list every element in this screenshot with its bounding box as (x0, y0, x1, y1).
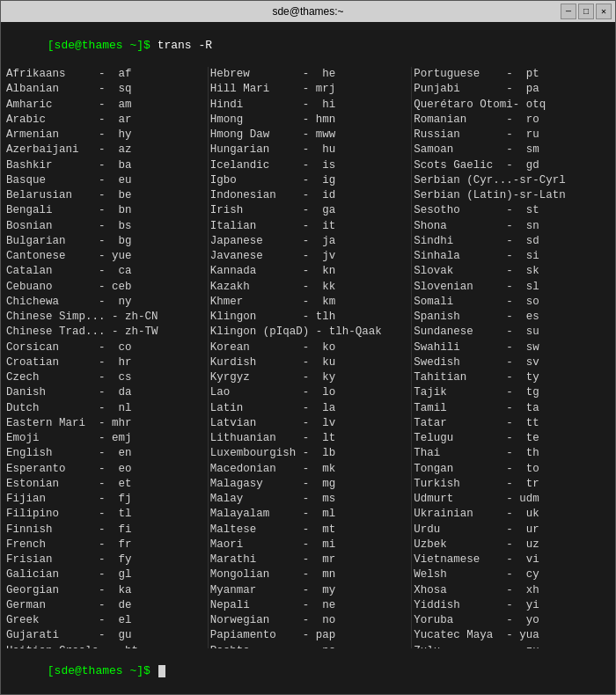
list-item: Eastern Mari - mhr (6, 416, 202, 431)
list-item: Georgian - ka (6, 583, 202, 598)
list-item: Sindhi - sd (414, 234, 610, 249)
list-item: Swedish - sv (414, 355, 610, 370)
list-item: Gujarati - gu (6, 628, 202, 643)
list-item: Tajik - tg (414, 385, 610, 400)
list-item: Slovak - sk (414, 264, 610, 279)
list-item: Myanmar - my (210, 583, 407, 598)
col-3: Portuguese - ptPunjabi - paQuerétaro Oto… (414, 67, 610, 648)
list-item: Albanian - sq (6, 82, 202, 97)
col-1: Afrikaans - afAlbanian - sqAmharic - amA… (6, 67, 206, 648)
list-item: Hmong - hmn (210, 113, 407, 128)
list-item: Nepali - ne (210, 598, 407, 613)
list-item: Xhosa - xh (414, 583, 610, 598)
list-item: Irish - ga (210, 203, 407, 218)
list-item: Korean - ko (210, 340, 407, 355)
list-item: English - en (6, 446, 202, 461)
bottom-prompt-text: [sde@thames ~]$ (48, 664, 158, 677)
list-item: Maltese - mt (210, 523, 407, 538)
list-item: Welsh - cy (414, 567, 610, 582)
list-item: Klingon - tlh (210, 310, 407, 325)
col-divider-1 (208, 67, 209, 648)
list-item: Galician - gl (6, 567, 202, 582)
list-item: Chinese Trad... - zh-TW (6, 325, 202, 340)
list-item: Bengali - bn (6, 203, 202, 218)
list-item: Dutch - nl (6, 401, 202, 416)
list-item: Afrikaans - af (6, 67, 202, 82)
list-item: Belarusian - be (6, 188, 202, 203)
list-item: Slovenian - sl (414, 280, 610, 295)
list-item: Corsican - co (6, 340, 202, 355)
list-item: Romanian - ro (414, 113, 610, 128)
list-item: Norwegian - no (210, 613, 407, 628)
list-item: Luxembourgish - lb (210, 446, 407, 461)
list-item: Bulgarian - bg (6, 234, 202, 249)
list-item: Sundanese - su (414, 325, 610, 340)
list-item: Filipino - tl (6, 507, 202, 522)
list-item: Kannada - kn (210, 264, 407, 279)
list-item: Malay - ms (210, 492, 407, 507)
list-item: Serbian (Latin)-sr-Latn (414, 188, 610, 203)
list-item: Tongan - to (414, 462, 610, 477)
list-item: Mongolian - mn (210, 567, 407, 582)
list-item: Uzbek - uz (414, 538, 610, 552)
terminal-window: sde@thames:~ ─ □ ✕ [sde@thames ~]$ trans… (0, 0, 616, 695)
list-item: Greek - el (6, 613, 202, 628)
list-item: Latvian - lv (210, 416, 407, 431)
bottom-prompt-line: [sde@thames ~]$ (1, 648, 615, 694)
list-item: Frisian - fy (6, 552, 202, 567)
list-item: Hebrew - he (210, 67, 407, 82)
list-item: Japanese - ja (210, 234, 407, 249)
list-item: Yucatec Maya - yua (414, 628, 610, 643)
list-item: Malagasy - mg (210, 477, 407, 492)
input-prompt-line: [sde@thames ~]$ trans -R (1, 22, 615, 67)
list-item: Telugu - te (414, 431, 610, 446)
col-2: Hebrew - heHill Mari - mrjHindi - hiHmon… (210, 67, 410, 648)
close-button[interactable]: ✕ (596, 4, 612, 19)
list-item: Latin - la (210, 401, 407, 416)
list-item: Cantonese - yue (6, 249, 202, 264)
list-item: Czech - cs (6, 370, 202, 385)
list-item: Yoruba - yo (414, 613, 610, 628)
list-item: Cebuano - ceb (6, 280, 202, 295)
list-item: Italian - it (210, 219, 407, 234)
list-item: Croatian - hr (6, 355, 202, 370)
list-item: Chinese Simp... - zh-CN (6, 310, 202, 325)
list-item: German - de (6, 598, 202, 613)
list-item: Kurdish - ku (210, 355, 407, 370)
list-item: Tamil - ta (414, 401, 610, 416)
maximize-button[interactable]: □ (578, 4, 594, 19)
list-item: Querétaro Otomi- otq (414, 98, 610, 113)
list-item: Chichewa - ny (6, 295, 202, 310)
minimize-button[interactable]: ─ (561, 4, 576, 19)
list-item: Sesotho - st (414, 203, 610, 218)
list-item: Bashkir - ba (6, 158, 202, 173)
list-item: Russian - ru (414, 128, 610, 143)
list-item: Fijian - fj (6, 492, 202, 507)
list-item: Catalan - ca (6, 264, 202, 279)
output-area: Afrikaans - afAlbanian - sqAmharic - amA… (1, 67, 615, 648)
list-item: Somali - so (414, 295, 610, 310)
terminal-body[interactable]: [sde@thames ~]$ trans -R Afrikaans - afA… (1, 22, 615, 694)
list-item: Danish - da (6, 385, 202, 400)
list-item: Udmurt - udm (414, 492, 610, 507)
title-bar: sde@thames:~ ─ □ ✕ (1, 1, 615, 22)
list-item: Swahili - sw (414, 340, 610, 355)
list-item: Tatar - tt (414, 416, 610, 431)
list-item: Lithuanian - lt (210, 431, 407, 446)
list-item: Icelandic - is (210, 158, 407, 173)
list-item: Lao - lo (210, 385, 407, 400)
list-item: Kyrgyz - ky (210, 370, 407, 385)
list-item: Papiamento - pap (210, 628, 407, 643)
cursor (158, 665, 165, 677)
list-item: Javanese - jv (210, 249, 407, 264)
list-item: Arabic - ar (6, 113, 202, 128)
list-item: Yiddish - yi (414, 598, 610, 613)
list-item: Khmer - km (210, 295, 407, 310)
list-item: Shona - sn (414, 219, 610, 234)
list-item: Estonian - et (6, 477, 202, 492)
list-item: Azerbaijani - az (6, 143, 202, 157)
list-item: Marathi - mr (210, 552, 407, 567)
list-item: Hmong Daw - mww (210, 128, 407, 143)
list-item: Sinhala - si (414, 249, 610, 264)
list-item: Portuguese - pt (414, 67, 610, 82)
